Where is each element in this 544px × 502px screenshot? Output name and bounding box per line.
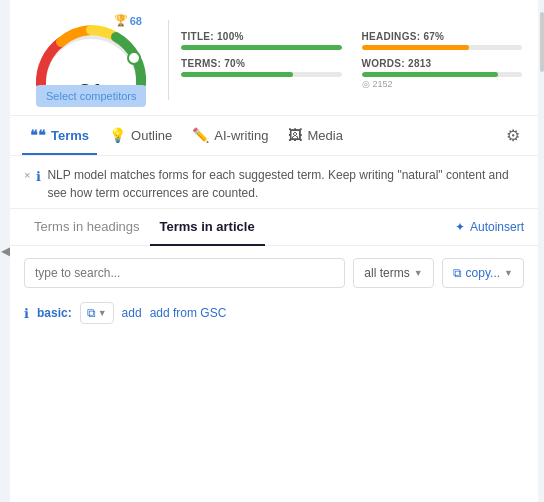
tab-terms[interactable]: ❝❝ Terms: [22, 117, 97, 155]
stat-title: TITLE: 100%: [181, 31, 342, 52]
info-circle-icon: ℹ: [36, 167, 41, 187]
scrollbar[interactable]: [538, 0, 544, 502]
basic-row: ℹ basic: ⧉ ▼ add add from GSC: [10, 296, 538, 330]
stat-words-bar-fill: [362, 72, 498, 77]
stat-words-label: WORDS: 2813: [362, 58, 523, 69]
chevron-down-icon: ▼: [414, 268, 423, 278]
search-input[interactable]: [24, 258, 345, 288]
search-row: all terms ▼ ⧉ copy... ▼: [10, 246, 538, 296]
sub-tabs: Terms in headings Terms in article ✦ Aut…: [10, 209, 538, 246]
tab-terms-in-headings[interactable]: Terms in headings: [24, 209, 150, 246]
main-panel: 🏆 68 81 Select competitors TITLE: 100% H…: [10, 0, 538, 502]
outline-icon: 💡: [109, 127, 126, 143]
tab-outline[interactable]: 💡 Outline: [101, 117, 180, 155]
main-tabs-nav: ❝❝ Terms 💡 Outline ✏️ AI-writing 🖼 Media…: [10, 116, 538, 156]
stat-title-label: TITLE: 100%: [181, 31, 342, 42]
copy-icon: ⧉: [453, 266, 462, 280]
info-close-button[interactable]: ×: [24, 167, 30, 184]
stat-headings-bar-track: [362, 45, 523, 50]
select-competitors-button[interactable]: Select competitors: [36, 85, 146, 107]
stat-title-bar-track: [181, 45, 342, 50]
stat-terms: TERMS: 70%: [181, 58, 342, 89]
stat-terms-bar-fill: [181, 72, 293, 77]
stat-terms-bar-track: [181, 72, 342, 77]
stat-words-bar-track: [362, 72, 523, 77]
copy-chevron-down-icon: ▼: [504, 268, 513, 278]
stat-headings-label: HEADINGS: 67%: [362, 31, 523, 42]
ai-writing-icon: ✏️: [192, 127, 209, 143]
divider: [168, 20, 169, 100]
basic-copy-button[interactable]: ⧉ ▼: [80, 302, 114, 324]
tab-terms-label: Terms: [51, 128, 89, 143]
basic-add-from-gsc-link[interactable]: add from GSC: [150, 306, 227, 320]
basic-add-link[interactable]: add: [122, 306, 142, 320]
tab-terms-in-article-label: Terms in article: [160, 219, 255, 234]
stat-words-sub: ◎ 2152: [362, 79, 523, 89]
autoinsert-label: Autoinsert: [470, 220, 524, 234]
autoinsert-button[interactable]: ✦ Autoinsert: [455, 212, 524, 242]
tab-media[interactable]: 🖼 Media: [280, 117, 350, 155]
stat-terms-label: TERMS: 70%: [181, 58, 342, 69]
tab-terms-in-headings-label: Terms in headings: [34, 219, 140, 234]
trophy-score: 68: [130, 15, 142, 27]
words-sub-icon: ◎: [362, 79, 370, 89]
gauge-trophy: 🏆 68: [114, 14, 142, 27]
tab-terms-in-article[interactable]: Terms in article: [150, 209, 265, 246]
stat-headings-bar-fill: [362, 45, 470, 50]
all-terms-dropdown[interactable]: all terms ▼: [353, 258, 433, 288]
all-terms-label: all terms: [364, 266, 409, 280]
basic-label: basic:: [37, 306, 72, 320]
stats-grid: TITLE: 100% HEADINGS: 67% TERMS: 70%: [181, 27, 522, 93]
info-bar: × ℹ NLP model matches forms for each sug…: [10, 156, 538, 209]
gauge-wrapper: 🏆 68 81 Select competitors: [26, 12, 156, 107]
copy-button[interactable]: ⧉ copy... ▼: [442, 258, 524, 288]
collapse-arrow-icon[interactable]: ◀: [1, 244, 10, 258]
autoinsert-icon: ✦: [455, 220, 465, 234]
stat-title-bar-fill: [181, 45, 342, 50]
stat-words: WORDS: 2813 ◎ 2152: [362, 58, 523, 89]
tab-ai-writing[interactable]: ✏️ AI-writing: [184, 117, 276, 155]
scrollbar-thumb[interactable]: [540, 12, 544, 72]
score-section: 🏆 68 81 Select competitors TITLE: 100% H…: [10, 0, 538, 116]
info-text: NLP model matches forms for each suggest…: [47, 166, 524, 202]
words-sub-value: 2152: [373, 79, 393, 89]
tab-media-label: Media: [307, 128, 342, 143]
settings-tab[interactable]: ⚙: [500, 116, 526, 155]
tab-outline-label: Outline: [131, 128, 172, 143]
terms-icon: ❝❝: [30, 127, 46, 143]
tab-ai-writing-label: AI-writing: [214, 128, 268, 143]
basic-copy-icon: ⧉: [87, 306, 96, 320]
basic-copy-chevron-icon: ▼: [98, 308, 107, 318]
trophy-icon: 🏆: [114, 14, 128, 27]
stat-headings: HEADINGS: 67%: [362, 31, 523, 52]
media-icon: 🖼: [288, 127, 302, 143]
copy-label: copy...: [466, 266, 500, 280]
settings-icon: ⚙: [506, 127, 520, 144]
svg-point-0: [128, 52, 140, 64]
basic-info-icon: ℹ: [24, 306, 29, 321]
